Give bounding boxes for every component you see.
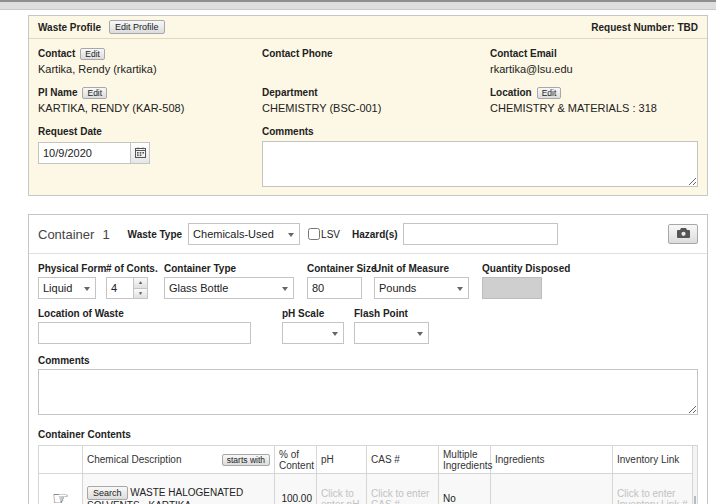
quantity-disposed-label: Quantity Disposed bbox=[482, 263, 570, 274]
inventory-link-cell[interactable]: Click to enter Inventory Link # bbox=[613, 474, 693, 504]
pi-name-field: PI Name Edit KARTIKA, RENDY (KAR-508) bbox=[38, 86, 262, 115]
location-value: CHEMISTRY & MATERIALS : 318 bbox=[490, 102, 698, 115]
flash-point-select[interactable] bbox=[354, 322, 429, 344]
number-of-containers-field: # of Conts. ▲ ▼ bbox=[106, 262, 154, 299]
search-button[interactable]: Search bbox=[87, 486, 128, 500]
profile-comments-textarea[interactable] bbox=[262, 141, 698, 187]
ingredients-column-header: Ingredients bbox=[491, 446, 613, 474]
waste-type-select[interactable]: Chemicals-Used bbox=[188, 223, 300, 245]
location-edit-button[interactable]: Edit bbox=[537, 87, 562, 99]
percent-of-content-cell: 100.00 bbox=[275, 474, 317, 504]
container-title: Container bbox=[38, 227, 94, 242]
container-number: 1 bbox=[102, 227, 109, 242]
spinner-down-button[interactable]: ▼ bbox=[134, 288, 148, 300]
container-panel: Container 1 Waste Type Chemicals-Used LS… bbox=[28, 214, 708, 504]
container-size-input[interactable] bbox=[307, 277, 362, 299]
container-type-select[interactable]: Glass Bottle bbox=[164, 277, 294, 299]
edit-profile-button[interactable]: Edit Profile bbox=[109, 20, 165, 34]
lsv-label: LSV bbox=[321, 229, 340, 240]
ph-scale-field: pH Scale bbox=[282, 307, 344, 344]
container-contents-table: Chemical Description starts with % of Co… bbox=[38, 445, 693, 504]
pi-name-label: PI Name bbox=[38, 87, 77, 98]
chemical-description-header-label: Chemical Description bbox=[87, 454, 181, 465]
row-action-column-header bbox=[39, 446, 83, 474]
pointer-icon[interactable]: ☞ bbox=[52, 488, 69, 504]
container-contents-title: Container Contents bbox=[38, 429, 698, 440]
multiple-ingredients-column-header: Multiple Ingredients bbox=[439, 446, 491, 474]
ph-scale-label: pH Scale bbox=[282, 308, 324, 319]
chemical-description-cell: Search WASTE HALOGENATED SOLVENTS - KART… bbox=[83, 474, 275, 504]
flash-point-field: Flash Point bbox=[354, 307, 429, 344]
container-fields: Physical Form Liquid # of Conts. ▲ ▼ Con… bbox=[29, 254, 707, 504]
inventory-link-column-header: Inventory Link bbox=[613, 446, 693, 474]
container-field-row-1: Physical Form Liquid # of Conts. ▲ ▼ Con… bbox=[38, 262, 698, 299]
physical-form-field: Physical Form Liquid bbox=[38, 262, 96, 299]
physical-form-selected-value: Liquid bbox=[43, 282, 72, 294]
profile-comments-field: Comments bbox=[262, 125, 698, 187]
quantity-disposed-input bbox=[482, 277, 542, 299]
cas-cell[interactable]: Click to enter CAS # bbox=[367, 474, 439, 504]
lsv-checkbox[interactable] bbox=[308, 228, 320, 240]
waste-profile-panel: Waste Profile Edit Profile Request Numbe… bbox=[28, 15, 708, 196]
waste-profile-title: Waste Profile bbox=[38, 22, 101, 33]
spinner-up-button[interactable]: ▲ bbox=[134, 277, 148, 288]
calendar-icon bbox=[135, 146, 146, 161]
contact-edit-button[interactable]: Edit bbox=[80, 48, 105, 60]
number-of-containers-label: # of Conts. bbox=[106, 263, 158, 274]
ph-scale-select[interactable] bbox=[282, 322, 344, 344]
department-label: Department bbox=[262, 87, 318, 98]
flash-point-label: Flash Point bbox=[354, 308, 408, 319]
multiple-ingredients-cell: No bbox=[439, 474, 491, 504]
ingredients-cell bbox=[491, 474, 613, 504]
calendar-button[interactable] bbox=[130, 142, 150, 164]
waste-type-selected-value: Chemicals-Used bbox=[193, 228, 274, 240]
contact-phone-label: Contact Phone bbox=[262, 48, 333, 59]
table-scrollbar[interactable] bbox=[693, 445, 698, 504]
unit-of-measure-select[interactable]: Pounds bbox=[374, 277, 469, 299]
contact-field: Contact Edit Kartika, Rendy (rkartika) bbox=[38, 47, 262, 76]
contact-phone-value bbox=[262, 63, 490, 76]
unit-of-measure-selected-value: Pounds bbox=[379, 282, 416, 294]
camera-icon bbox=[677, 228, 690, 240]
number-of-containers-input[interactable] bbox=[106, 277, 134, 299]
request-number: Request Number: TBD bbox=[591, 22, 698, 33]
contact-email-label: Contact Email bbox=[490, 48, 557, 59]
waste-profile-header: Waste Profile Edit Profile Request Numbe… bbox=[29, 16, 707, 39]
container-type-field: Container Type Glass Bottle bbox=[164, 262, 297, 299]
page-top-bar bbox=[0, 0, 716, 10]
ph-cell[interactable]: Click to enter pH bbox=[317, 474, 367, 504]
request-date-input[interactable] bbox=[38, 142, 130, 164]
contact-email-value: rkartika@lsu.edu bbox=[490, 63, 698, 76]
pi-name-value: KARTIKA, RENDY (KAR-508) bbox=[38, 102, 262, 115]
hazards-label: Hazard(s) bbox=[352, 229, 398, 240]
ph-column-header: pH bbox=[317, 446, 367, 474]
starts-with-button[interactable]: starts with bbox=[222, 454, 270, 466]
container-size-field: Container Size bbox=[307, 262, 364, 299]
physical-form-label: Physical Form bbox=[38, 263, 106, 274]
container-type-selected-value: Glass Bottle bbox=[169, 282, 228, 294]
location-of-waste-input[interactable] bbox=[38, 322, 251, 344]
table-scrollbar-thumb[interactable] bbox=[694, 496, 696, 504]
department-field: Department CHEMISTRY (BSC-001) bbox=[262, 86, 490, 115]
profile-comments-label: Comments bbox=[262, 126, 314, 137]
container-comments-textarea[interactable] bbox=[38, 369, 698, 415]
physical-form-select[interactable]: Liquid bbox=[38, 277, 96, 299]
quantity-disposed-field: Quantity Disposed bbox=[482, 262, 570, 299]
location-of-waste-field: Location of Waste bbox=[38, 307, 251, 344]
unit-of-measure-field: Unit of Measure Pounds bbox=[374, 262, 472, 299]
hazards-input[interactable] bbox=[403, 223, 558, 245]
container-field-row-2: Location of Waste pH Scale Flash Point bbox=[38, 307, 698, 344]
contact-label: Contact bbox=[38, 48, 75, 59]
request-date-field: Request Date bbox=[38, 125, 262, 187]
container-header: Container 1 Waste Type Chemicals-Used LS… bbox=[29, 215, 707, 254]
request-date-label: Request Date bbox=[38, 126, 102, 137]
waste-profile-fields: Contact Edit Kartika, Rendy (rkartika) C… bbox=[29, 39, 707, 195]
container-size-label: Container Size bbox=[307, 263, 376, 274]
container-comments-field: Comments bbox=[38, 354, 698, 415]
location-of-waste-label: Location of Waste bbox=[38, 308, 124, 319]
camera-button[interactable] bbox=[668, 224, 698, 244]
pi-name-edit-button[interactable]: Edit bbox=[82, 87, 107, 99]
chemical-description-column-header: Chemical Description starts with bbox=[83, 446, 275, 474]
container-comments-label: Comments bbox=[38, 355, 90, 366]
table-header-row: Chemical Description starts with % of Co… bbox=[39, 446, 693, 474]
